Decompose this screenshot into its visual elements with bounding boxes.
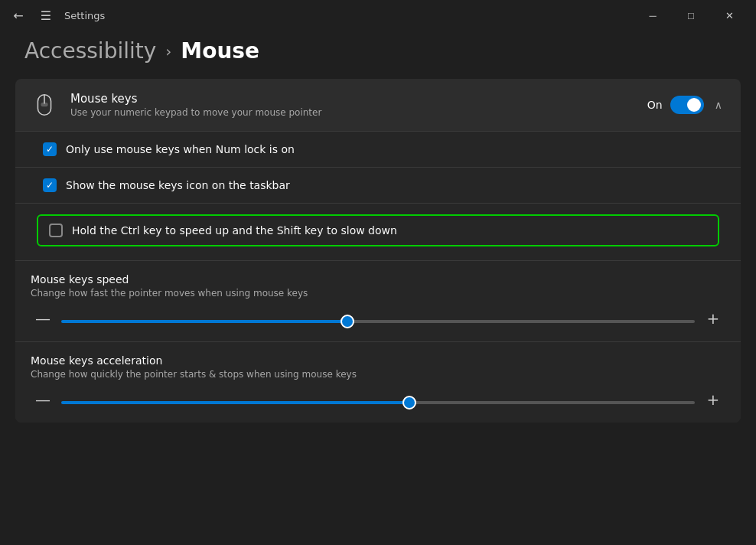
breadcrumb-parent[interactable]: Accessibility: [24, 38, 156, 64]
minimize-button[interactable]: ─: [635, 3, 670, 28]
breadcrumb: Accessibility › Mouse: [0, 31, 756, 79]
num-lock-option-row: ✓ Only use mouse keys when Num lock is o…: [15, 132, 741, 168]
accel-decrease-button[interactable]: —: [35, 392, 51, 407]
mouse-keys-toggle-area: On ∧: [647, 96, 725, 114]
maximize-button[interactable]: □: [673, 3, 709, 28]
mouse-keys-expanded: ✓ Only use mouse keys when Num lock is o…: [15, 132, 741, 423]
speed-slider-track[interactable]: [61, 312, 695, 326]
ctrl-shift-option-row: Hold the Ctrl key to speed up and the Sh…: [37, 214, 719, 246]
mouse-keys-subtitle: Use your numeric keypad to move your mou…: [70, 107, 635, 118]
menu-button[interactable]: ☰: [37, 6, 55, 24]
speed-section: Mouse keys speed Change how fast the poi…: [15, 261, 741, 342]
toggle-on-label: On: [647, 99, 663, 111]
mouse-keys-section-header: Mouse keys Use your numeric keypad to mo…: [15, 79, 741, 132]
speed-slider[interactable]: [61, 320, 695, 323]
back-button[interactable]: ←: [9, 6, 28, 24]
taskbar-icon-option-row: ✓ Show the mouse keys icon on the taskba…: [15, 168, 741, 204]
mouse-svg-icon: [34, 94, 55, 116]
titlebar: ← ☰ Settings ─ □ ✕: [0, 0, 756, 31]
collapse-chevron-icon[interactable]: ∧: [712, 96, 725, 114]
breadcrumb-chevron-icon: ›: [165, 42, 171, 60]
ctrl-shift-label: Hold the Ctrl key to speed up and the Sh…: [72, 224, 397, 237]
taskbar-icon-checkbox[interactable]: ✓: [43, 178, 57, 192]
mouse-keys-toggle[interactable]: [670, 96, 704, 114]
settings-card: Mouse keys Use your numeric keypad to mo…: [15, 79, 741, 423]
close-button[interactable]: ✕: [712, 3, 747, 28]
taskbar-icon-label: Show the mouse keys icon on the taskbar: [66, 179, 290, 191]
ctrl-shift-checkbox[interactable]: [49, 224, 63, 237]
breadcrumb-current: Mouse: [181, 38, 259, 64]
acceleration-section: Mouse keys acceleration Change how quick…: [15, 342, 741, 423]
speed-subtitle: Change how fast the pointer moves when u…: [31, 288, 725, 299]
accel-slider-row: — +: [31, 392, 725, 407]
accel-subtitle: Change how quickly the pointer starts & …: [31, 369, 725, 380]
app-title: Settings: [64, 10, 626, 21]
main-content: Mouse keys Use your numeric keypad to mo…: [0, 79, 756, 423]
ctrl-shift-option-container: Hold the Ctrl key to speed up and the Sh…: [15, 204, 741, 261]
svg-rect-2: [41, 103, 47, 106]
speed-title: Mouse keys speed: [31, 273, 725, 286]
mouse-keys-title: Mouse keys: [70, 92, 635, 106]
speed-slider-row: — +: [31, 311, 725, 326]
accel-slider[interactable]: [61, 401, 695, 404]
accel-increase-button[interactable]: +: [705, 392, 721, 407]
accel-slider-track[interactable]: [61, 393, 695, 407]
checkmark-icon: ✓: [46, 180, 54, 191]
num-lock-checkbox[interactable]: ✓: [43, 142, 57, 156]
speed-increase-button[interactable]: +: [705, 311, 721, 326]
num-lock-label: Only use mouse keys when Num lock is on: [66, 143, 295, 155]
accel-title: Mouse keys acceleration: [31, 354, 725, 367]
checkmark-icon: ✓: [46, 144, 54, 155]
mouse-keys-info: Mouse keys Use your numeric keypad to mo…: [70, 92, 635, 118]
speed-decrease-button[interactable]: —: [35, 311, 51, 326]
mouse-icon: [31, 91, 58, 119]
window-controls: ─ □ ✕: [635, 3, 747, 28]
